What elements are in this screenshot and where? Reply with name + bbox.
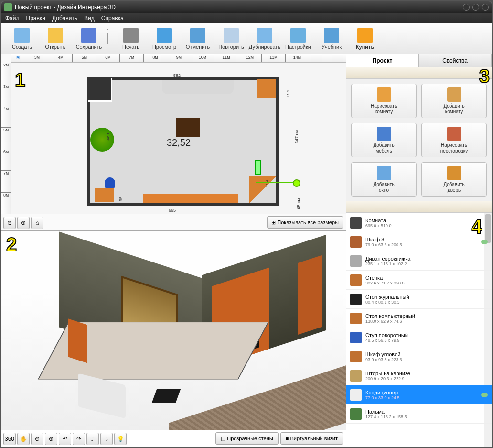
Учебник-icon — [324, 28, 339, 43]
action-Нарисовать-перегородку[interactable]: Нарисоватьперегородку — [421, 123, 487, 157]
visibility-eye-icon[interactable] — [481, 393, 488, 397]
dim-right: 347 см — [294, 130, 299, 143]
toolbar-Учебник[interactable]: Учебник — [315, 25, 348, 53]
ruler-horizontal: м3м4м5м6м7м8м9м10м11м12м13м14м — [11, 54, 346, 63]
visibility-eye-icon[interactable] — [481, 240, 488, 244]
object-Стол компьютерный[interactable]: Стол компьютерный138.0 x 62.9 x 74.6 — [346, 309, 492, 328]
object-Шторы на карнизе[interactable]: Шторы на карнизе200.9 x 20.3 x 222.9 — [346, 366, 492, 385]
object-icon — [350, 389, 362, 401]
canvas-2d[interactable]: 1 32,52 — [11, 63, 346, 214]
toolbar-Отменить[interactable]: Отменить — [181, 25, 214, 53]
object-Диван еврокнижка[interactable]: Диван еврокнижка235.1 x 113.1 x 102.2 — [346, 251, 492, 271]
action-Добавить-окно[interactable]: Добавитьокно — [351, 162, 417, 197]
ac-unit[interactable] — [255, 160, 261, 175]
sofa-top[interactable] — [162, 80, 234, 94]
shelf-3d — [68, 319, 87, 363]
menu-Файл[interactable]: Файл — [5, 15, 20, 22]
minimize-button[interactable] — [463, 4, 470, 11]
toolbar-Дублировать[interactable]: Дублировать — [248, 25, 281, 53]
Сохранить-icon — [81, 28, 96, 43]
swivel-chair[interactable] — [105, 177, 115, 188]
zoom-out-button[interactable]: ⊖ — [3, 217, 16, 229]
pan-button[interactable]: ✋ — [17, 433, 30, 445]
tilt-down-button[interactable]: ⤵ — [100, 433, 113, 445]
iso-room — [30, 245, 307, 427]
object-Пальма[interactable]: Пальма127.4 x 116.2 x 158.5 — [346, 404, 492, 424]
ruler-vertical: 2м3м4м5м6м7м8м — [1, 63, 11, 214]
marker-1: 1 — [15, 69, 25, 91]
action-Добавить-мебель[interactable]: Добавитьмебель — [351, 123, 417, 157]
toolbar-Повторить[interactable]: Повторить — [214, 25, 248, 53]
show-dims-button[interactable]: ⊞ Показывать все размеры — [267, 216, 343, 229]
toolbar-Создать[interactable]: Создать — [5, 25, 39, 53]
desk[interactable] — [95, 188, 114, 202]
object-Кондиционер[interactable]: Кондиционер77.0 x 33.0 x 24.5 — [346, 385, 492, 404]
view-3d[interactable]: 2 — [1, 231, 346, 447]
virtual-visit-button[interactable]: ■ Виртуальный визит — [280, 432, 343, 445]
tab-project[interactable]: Проект — [346, 54, 419, 67]
maximize-button[interactable] — [472, 4, 479, 11]
palm-plant[interactable] — [90, 128, 114, 152]
transparent-walls-button[interactable]: ▢ Прозрачные стены — [215, 432, 279, 445]
object-icon — [350, 351, 362, 362]
object-icon — [350, 408, 362, 420]
door-swing[interactable] — [88, 78, 112, 102]
rotate-360-button[interactable]: 360 — [3, 433, 16, 445]
Купить-icon — [357, 28, 373, 43]
room-outline[interactable]: 32,52 — [87, 77, 279, 206]
app-icon — [4, 3, 12, 11]
object-icon — [350, 294, 362, 305]
menu-Добавить[interactable]: Добавить — [52, 15, 77, 22]
zoom-in-button[interactable]: ⊕ — [17, 217, 30, 229]
object-Стенка[interactable]: Стенка302.6 x 71.7 x 250.0 — [346, 271, 492, 290]
object-Комната 1[interactable]: Комната 1695.0 x 519.0 — [346, 213, 492, 232]
marker-3: 3 — [479, 66, 490, 87]
toolbar-Сохранить[interactable]: Сохранить — [72, 25, 106, 53]
wall-unit[interactable] — [143, 194, 238, 203]
plan-2d-view[interactable]: м3м4м5м6м7м8м9м10м11м12м13м14м 2м3м4м5м6… — [1, 54, 346, 231]
action-Добавить-дверь[interactable]: Добавитьдверь — [421, 162, 487, 197]
action-Добавить-комнату[interactable]: Добавитькомнату — [421, 84, 487, 118]
Настройки-icon — [290, 28, 306, 43]
toolbar-Просмотр[interactable]: Просмотр — [148, 25, 181, 53]
toolbar-Настройки[interactable]: Настройки — [281, 25, 315, 53]
tab-properties[interactable]: Свойства — [419, 54, 492, 67]
action-icon — [377, 166, 391, 180]
Повторить-icon — [224, 28, 239, 43]
menu-Справка[interactable]: Справка — [101, 15, 124, 22]
light-button[interactable]: 💡 — [114, 433, 127, 445]
action-Нарисовать-комнату[interactable]: Нарисоватькомнату — [351, 84, 417, 118]
object-Стул поворотный[interactable]: Стул поворотный48.5 x 56.6 x 79.9 — [346, 328, 492, 347]
toolbar-Купить[interactable]: Купить — [348, 25, 382, 53]
tilt-up-button[interactable]: ⤴ — [86, 433, 99, 445]
object-Шкаф 3[interactable]: Шкаф 379.0 x 63.6 x 200.5 — [346, 232, 492, 251]
coffee-table[interactable] — [176, 118, 200, 137]
toolbar-separator — [107, 29, 112, 48]
corner-wardrobe[interactable] — [249, 176, 276, 203]
zoom-in-3d-button[interactable]: ⊕ — [45, 433, 57, 445]
menu-Правка[interactable]: Правка — [26, 15, 46, 22]
selection-line — [256, 182, 294, 183]
tabs: Проект Свойства — [346, 54, 492, 67]
dim-bottom2: 65 см — [296, 198, 301, 209]
object-list[interactable]: 4 Комната 1695.0 x 519.0Шкаф 379.0 x 63.… — [346, 213, 492, 447]
wardrobe-corner[interactable] — [257, 79, 276, 98]
object-icon — [350, 236, 362, 248]
object-Шкаф угловой[interactable]: Шкаф угловой93.9 x 93.8 x 223.6 — [346, 347, 492, 366]
close-button[interactable] — [482, 4, 489, 11]
titlebar: Новый проект - Дизайн Интерьера 3D — [1, 1, 492, 13]
selection-handle[interactable] — [293, 179, 300, 187]
object-Стол журнальный[interactable]: Стол журнальный80.4 x 80.1 x 30.3 — [346, 290, 492, 309]
object-icon — [350, 274, 362, 286]
dim-left2: 95 — [118, 197, 123, 201]
toolbar-Печать[interactable]: Печать — [114, 25, 148, 53]
zoom-out-3d-button[interactable]: ⊖ — [31, 433, 43, 445]
menu-Вид[interactable]: Вид — [84, 15, 95, 22]
toolbar-Открыть[interactable]: Открыть — [39, 25, 72, 53]
window-title: Новый проект - Дизайн Интерьера 3D — [15, 4, 116, 11]
Просмотр-icon — [157, 28, 172, 43]
canvas-3d[interactable]: 2 — [1, 231, 346, 430]
rotate-cw-button[interactable]: ↷ — [73, 433, 85, 445]
home-button[interactable]: ⌂ — [31, 217, 43, 229]
rotate-ccw-button[interactable]: ↶ — [59, 433, 71, 445]
